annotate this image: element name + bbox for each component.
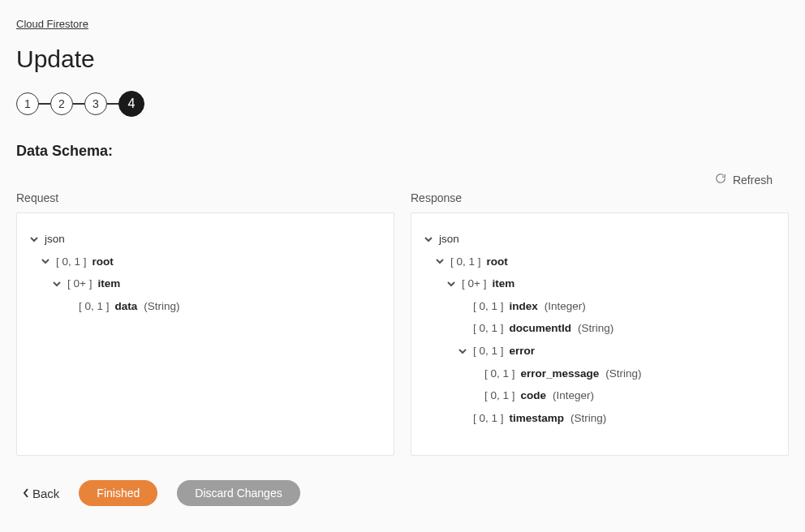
request-label: Request xyxy=(16,191,394,204)
node-type-label: json xyxy=(45,230,65,248)
tree-node-item[interactable]: [ 0+ ] item xyxy=(28,272,382,295)
section-title: Data Schema: xyxy=(16,143,789,160)
tree-node-documentid[interactable]: [ 0, 1 ] documentId (String) xyxy=(423,317,777,340)
node-name: code xyxy=(521,387,547,405)
node-cardinality: [ 0, 1 ] xyxy=(450,253,481,271)
chevron-down-icon[interactable] xyxy=(423,234,434,245)
step-2[interactable]: 2 xyxy=(50,92,73,115)
node-cardinality: [ 0+ ] xyxy=(462,275,486,293)
node-type: (Integer) xyxy=(553,387,594,405)
node-cardinality: [ 0, 1 ] xyxy=(473,298,504,315)
response-schema-panel: json [ 0, 1 ] root [ 0+ ] item [ 0, 1 ] … xyxy=(411,212,789,456)
node-name: data xyxy=(115,298,138,315)
tree-node-data[interactable]: [ 0, 1 ] data (String) xyxy=(28,295,382,318)
tree-node-root[interactable]: [ 0, 1 ] root xyxy=(28,251,382,273)
node-name: documentId xyxy=(510,320,572,337)
node-name: error_message xyxy=(521,365,600,383)
step-connector xyxy=(73,103,84,105)
step-4[interactable]: 4 xyxy=(118,91,144,117)
node-type: (String) xyxy=(570,410,606,427)
discard-button[interactable]: Discard Changes xyxy=(177,480,299,506)
node-name: item xyxy=(492,275,514,293)
page-title: Update xyxy=(16,45,789,73)
node-cardinality: [ 0, 1 ] xyxy=(473,320,504,337)
node-name: index xyxy=(510,298,538,315)
tree-node-error-message[interactable]: [ 0, 1 ] error_message (String) xyxy=(423,363,777,385)
chevron-down-icon[interactable] xyxy=(434,255,446,267)
node-cardinality: [ 0, 1 ] xyxy=(473,410,504,427)
node-cardinality: [ 0, 1 ] xyxy=(484,365,515,383)
node-name: root xyxy=(487,253,508,271)
chevron-left-icon xyxy=(23,488,29,498)
response-label: Response xyxy=(411,191,789,204)
node-type: (String) xyxy=(144,298,179,315)
node-cardinality: [ 0, 1 ] xyxy=(473,342,504,360)
node-cardinality: [ 0, 1 ] xyxy=(56,253,87,271)
tree-node-json[interactable]: json xyxy=(28,228,382,251)
refresh-button[interactable]: Refresh xyxy=(715,173,773,187)
tree-node-item[interactable]: [ 0+ ] item xyxy=(423,272,777,295)
node-name: item xyxy=(97,275,120,293)
chevron-down-icon[interactable] xyxy=(446,278,457,290)
refresh-label: Refresh xyxy=(733,174,773,187)
node-type-label: json xyxy=(439,230,459,248)
node-name: root xyxy=(93,253,114,271)
node-cardinality: [ 0+ ] xyxy=(67,275,92,293)
breadcrumb-link[interactable]: Cloud Firestore xyxy=(16,18,88,30)
node-type: (Integer) xyxy=(545,298,586,315)
tree-node-index[interactable]: [ 0, 1 ] index (Integer) xyxy=(423,295,777,318)
finished-button[interactable]: Finished xyxy=(79,480,157,506)
tree-node-root[interactable]: [ 0, 1 ] root xyxy=(423,251,777,273)
tree-node-json[interactable]: json xyxy=(423,228,777,251)
tree-node-error[interactable]: [ 0, 1 ] error xyxy=(423,340,777,363)
back-button[interactable]: Back xyxy=(23,487,59,500)
chevron-down-icon[interactable] xyxy=(51,278,62,290)
request-schema-panel: json [ 0, 1 ] root [ 0+ ] item [ 0, 1 ] … xyxy=(16,212,394,456)
node-cardinality: [ 0, 1 ] xyxy=(79,298,110,315)
refresh-icon xyxy=(715,173,726,187)
step-connector xyxy=(39,103,50,105)
step-connector xyxy=(107,103,118,105)
stepper: 1 2 3 4 xyxy=(16,91,789,117)
step-1[interactable]: 1 xyxy=(16,92,39,115)
tree-node-code[interactable]: [ 0, 1 ] code (Integer) xyxy=(423,384,777,407)
node-type: (String) xyxy=(578,320,613,337)
back-label: Back xyxy=(32,487,59,500)
chevron-down-icon[interactable] xyxy=(28,234,40,245)
node-name: timestamp xyxy=(510,410,565,427)
step-3[interactable]: 3 xyxy=(84,92,107,115)
chevron-down-icon[interactable] xyxy=(457,345,468,357)
node-cardinality: [ 0, 1 ] xyxy=(484,387,515,405)
node-type: (String) xyxy=(605,365,641,383)
node-name: error xyxy=(510,342,536,360)
tree-node-timestamp[interactable]: [ 0, 1 ] timestamp (String) xyxy=(423,407,777,430)
chevron-down-icon[interactable] xyxy=(40,255,51,267)
